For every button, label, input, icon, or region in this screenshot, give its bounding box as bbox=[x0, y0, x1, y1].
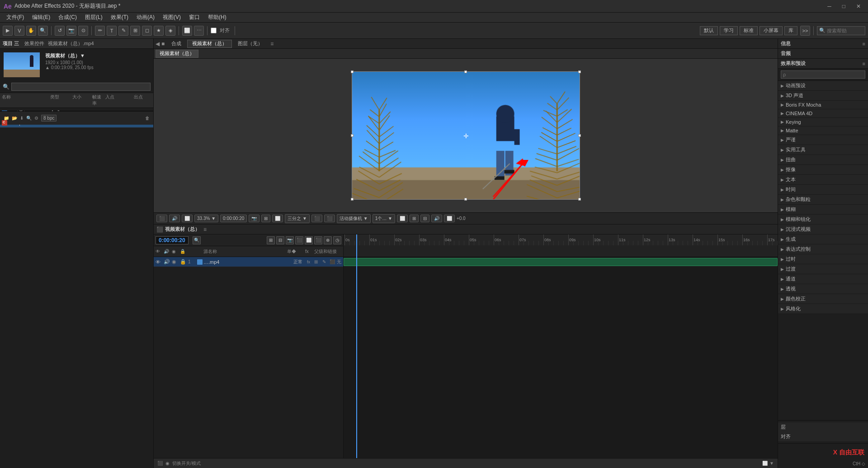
handle-bc[interactable] bbox=[464, 198, 467, 201]
division-select[interactable]: 三分之 ▼ bbox=[285, 214, 310, 223]
layer-solo[interactable]: ◉ bbox=[172, 259, 180, 265]
cat-noise[interactable]: ▶ 杂色和颗粒 bbox=[778, 195, 868, 205]
comp-tab-video[interactable]: 视频素材（总） bbox=[187, 40, 232, 48]
tool-puppet[interactable]: ◈ bbox=[165, 26, 175, 36]
timecode-display[interactable]: 0:00:00:20 bbox=[220, 215, 247, 222]
project-search-input[interactable] bbox=[11, 83, 151, 91]
collapse-icon[interactable]: ▼ bbox=[769, 461, 774, 466]
tool-pen[interactable]: ✏ bbox=[95, 26, 105, 36]
workspace-more[interactable]: >> bbox=[800, 26, 810, 36]
search-help-input[interactable] bbox=[827, 28, 863, 33]
cat-channel[interactable]: ▶ 通道 bbox=[778, 274, 868, 284]
search-help-area[interactable]: 🔍 bbox=[817, 26, 865, 35]
layer-parent[interactable]: ⬛ bbox=[330, 259, 337, 264]
camera-icon[interactable]: 📷 bbox=[249, 215, 259, 222]
tool-camera[interactable]: 📷 bbox=[66, 26, 76, 36]
effects-menu[interactable]: ≡ bbox=[863, 61, 865, 66]
comp-btn-4[interactable]: 🔊 bbox=[431, 215, 442, 222]
tl-btn-search[interactable]: 🔍 bbox=[193, 236, 201, 244]
close-btn[interactable]: ✕ bbox=[853, 3, 864, 9]
camera-select[interactable]: 活动摄像机 ▼ bbox=[337, 214, 371, 223]
align-checkbox[interactable]: 对齐 bbox=[211, 27, 231, 34]
comp-toggle2[interactable]: ⬛ bbox=[324, 215, 335, 222]
cat-immersive[interactable]: ▶ 沉浸式视频 bbox=[778, 225, 868, 234]
tool-zoom[interactable]: 🔍 bbox=[38, 26, 48, 36]
comp-render-icon[interactable]: ⬜ bbox=[182, 215, 193, 222]
comp-tab-compose[interactable]: 合成 bbox=[166, 40, 186, 48]
handle-ml[interactable] bbox=[351, 134, 354, 137]
tool-more[interactable]: ⋯ bbox=[194, 26, 204, 36]
cat-boris[interactable]: ▶ Boris FX Mocha bbox=[778, 101, 868, 109]
comp-tab-more[interactable]: ≡ bbox=[270, 41, 274, 47]
cat-generate[interactable]: ▶ 生成 bbox=[778, 234, 868, 244]
cat-obsolete[interactable]: ▶ 过时 bbox=[778, 254, 868, 264]
cat-distort[interactable]: ▶ 扭曲 bbox=[778, 155, 868, 165]
handle-tc[interactable] bbox=[464, 70, 467, 73]
layer-audio[interactable]: 🔊 bbox=[164, 259, 172, 265]
layer-switch[interactable]: ✎ bbox=[322, 259, 330, 264]
tl-btn-5[interactable]: ⬜ bbox=[305, 236, 313, 244]
workspace-small[interactable]: 小屏幕 bbox=[760, 26, 783, 35]
menu-animation[interactable]: 动画(A) bbox=[133, 13, 158, 22]
tl-btn-3[interactable]: 📷 bbox=[286, 236, 294, 244]
bottom-layer[interactable]: 层 bbox=[778, 422, 868, 432]
comp-tab-toggle[interactable]: ◀ bbox=[156, 41, 160, 47]
bpc-indicator[interactable]: 8 bpc bbox=[41, 115, 57, 122]
tool-rotate[interactable]: ↺ bbox=[55, 26, 65, 36]
cat-transition[interactable]: ▶ 过渡 bbox=[778, 264, 868, 274]
handle-mr[interactable] bbox=[578, 134, 581, 137]
workspace-lib[interactable]: 库 bbox=[784, 26, 797, 35]
expand-icon[interactable]: ⬜ bbox=[762, 461, 768, 466]
menu-window[interactable]: 窗口 bbox=[185, 13, 203, 22]
preview-icon[interactable]: ◉ bbox=[165, 461, 170, 466]
cat-text[interactable]: ▶ 文本 bbox=[778, 175, 868, 185]
workspace-learn[interactable]: 学习 bbox=[720, 26, 738, 35]
cat-matte[interactable]: ▶ Matte bbox=[778, 126, 868, 135]
timecode-tl[interactable]: 0:00:00:20 bbox=[156, 236, 189, 244]
tool-hand[interactable]: ✋ bbox=[26, 26, 36, 36]
comp-audio-icon[interactable]: 🔊 bbox=[169, 215, 180, 222]
handle-bl[interactable] bbox=[351, 198, 354, 201]
info-menu[interactable]: ≡ bbox=[863, 41, 865, 47]
cat-utility[interactable]: ▶ 实用工具 bbox=[778, 145, 868, 155]
menu-comp[interactable]: 合成(C) bbox=[55, 13, 80, 22]
handle-tl[interactable] bbox=[351, 70, 354, 73]
comp-subtab-video[interactable]: 视频素材（总） bbox=[156, 50, 198, 58]
cat-3d[interactable]: ▶ 3D 声道 bbox=[778, 91, 868, 101]
project-settings-icon[interactable]: ⚙ bbox=[34, 116, 38, 121]
search-icon-bottom[interactable]: 🔍 bbox=[26, 116, 32, 121]
cat-expression[interactable]: ▶ 表达式控制 bbox=[778, 244, 868, 254]
tool-arrow[interactable]: V bbox=[14, 26, 24, 36]
new-folder-icon[interactable]: 📂 bbox=[12, 116, 17, 121]
cat-keyer[interactable]: ▶ 抠像 bbox=[778, 165, 868, 175]
tool-brush[interactable]: ✎ bbox=[118, 26, 128, 36]
timeline-toggle[interactable]: ⬛ bbox=[156, 226, 163, 233]
timeline-menu[interactable]: ≡ bbox=[203, 226, 207, 233]
tl-btn-1[interactable]: ⊞ bbox=[267, 236, 275, 244]
comp-toggle1[interactable]: ⬛ bbox=[311, 215, 322, 222]
trash-icon[interactable]: 🗑 bbox=[145, 116, 150, 121]
cat-cinema4d[interactable]: ▶ CINEMA 4D bbox=[778, 109, 868, 118]
import-icon[interactable]: ⬇ bbox=[20, 116, 24, 121]
cat-time[interactable]: ▶ 时间 bbox=[778, 185, 868, 195]
grid-icon[interactable]: ⊞ bbox=[261, 215, 270, 222]
comp-btn-3[interactable]: ⊟ bbox=[420, 215, 429, 222]
layer-mode-btn[interactable]: ⊞ bbox=[314, 259, 322, 264]
menu-layer[interactable]: 图层(L) bbox=[81, 13, 106, 22]
tool-select[interactable]: ▶ bbox=[3, 26, 13, 36]
tl-btn-7[interactable]: ⊕ bbox=[324, 236, 332, 244]
menu-help[interactable]: 帮助(H) bbox=[204, 13, 230, 22]
menu-effects[interactable]: 效果(T) bbox=[107, 13, 132, 22]
menu-edit[interactable]: 编辑(E) bbox=[28, 13, 54, 22]
tool-text[interactable]: T bbox=[107, 26, 117, 36]
comp-btn-1[interactable]: ⬜ bbox=[397, 215, 408, 222]
handle-br[interactable] bbox=[578, 198, 581, 201]
menu-view[interactable]: 视图(V) bbox=[159, 13, 184, 22]
comp-preview-icon[interactable]: ⬛ bbox=[156, 215, 167, 222]
tool-shape[interactable]: ⬜ bbox=[182, 26, 192, 36]
tl-btn-8[interactable]: ◷ bbox=[333, 236, 341, 244]
workspace-standard[interactable]: 标准 bbox=[740, 26, 758, 35]
layer-fx-icon[interactable]: fx bbox=[307, 260, 314, 264]
panel-tab-effects[interactable]: 效果控件 bbox=[24, 40, 44, 47]
effect-search-input[interactable] bbox=[781, 70, 865, 79]
